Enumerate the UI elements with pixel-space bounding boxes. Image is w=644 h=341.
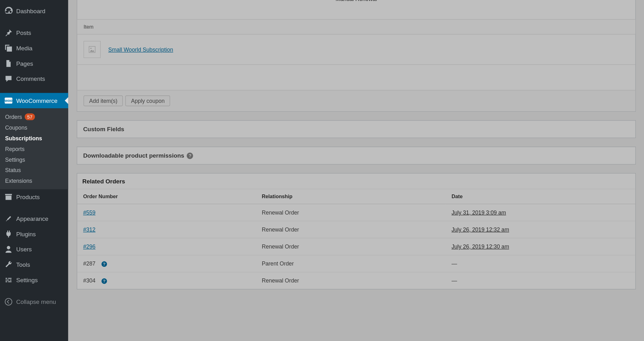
related-orders-metabox: Related Orders Order Number Relationship…: [77, 173, 636, 289]
dpp-title: Downloadable product permissions: [83, 152, 184, 159]
order-date-cell: —: [446, 255, 636, 272]
sidebar-item-label: Users: [16, 246, 32, 253]
submenu-label: Status: [5, 167, 21, 173]
sidebar-item-woocommerce[interactable]: woo WooCommerce: [0, 93, 68, 108]
relationship-cell: Renewal Order: [256, 272, 446, 289]
sidebar-item-dashboard[interactable]: Dashboard: [0, 3, 68, 19]
relationship-cell: Renewal Order: [256, 221, 446, 238]
col-header-date: Date: [446, 189, 636, 204]
order-number-link[interactable]: #559: [83, 209, 95, 215]
submenu-item-settings[interactable]: Settings: [0, 154, 68, 165]
table-row: #304?Renewal Order—: [77, 272, 635, 289]
sidebar-item-pages[interactable]: Pages: [0, 56, 68, 71]
collapse-menu[interactable]: Collapse menu: [0, 294, 68, 310]
sidebar-item-plugins[interactable]: Plugins: [0, 226, 68, 242]
plug-icon: [4, 230, 13, 238]
wrench-icon: [4, 260, 13, 269]
order-date-link[interactable]: July 31, 2019 3:09 am: [452, 209, 506, 215]
user-icon: [4, 245, 13, 254]
sidebar-item-label: Appearance: [16, 215, 48, 222]
sidebar-item-posts[interactable]: Posts: [0, 25, 68, 41]
orders-count-badge: 57: [25, 113, 35, 120]
admin-sidebar: Dashboard Posts Media Pages Comments: [0, 0, 68, 341]
page-icon: [4, 59, 13, 68]
dashboard-icon: [4, 7, 13, 15]
help-icon[interactable]: ?: [187, 152, 193, 159]
submenu-label: Coupons: [5, 125, 27, 131]
media-icon: [4, 44, 13, 53]
table-header-row: Order Number Relationship Date: [77, 189, 635, 204]
svg-point-2: [90, 48, 92, 49]
submenu-label: Settings: [5, 156, 25, 163]
sidebar-item-label: Dashboard: [16, 8, 45, 14]
sidebar-item-media[interactable]: Media: [0, 41, 68, 56]
sidebar-item-label: Collapse menu: [16, 299, 56, 305]
table-row: #296Renewal OrderJuly 26, 2019 12:30 am: [77, 238, 635, 255]
custom-fields-metabox[interactable]: Custom Fields: [77, 120, 636, 138]
table-row: #287?Parent Order—: [77, 255, 635, 272]
archive-icon: [4, 193, 13, 201]
submenu-item-orders[interactable]: Orders 57: [0, 111, 68, 122]
order-date-cell: —: [446, 272, 636, 289]
downloadable-permissions-metabox[interactable]: Downloadable product permissions ?: [77, 147, 636, 165]
sliders-icon: [4, 276, 13, 284]
sidebar-item-products[interactable]: Products: [0, 189, 68, 205]
sidebar-item-comments[interactable]: Comments: [0, 71, 68, 87]
order-number-link[interactable]: #296: [83, 243, 95, 250]
item-thumbnail: [84, 41, 101, 58]
sidebar-item-label: Settings: [16, 277, 38, 283]
sidebar-item-users[interactable]: Users: [0, 242, 68, 257]
item-column-header: Item: [77, 19, 635, 34]
help-icon[interactable]: ?: [101, 261, 107, 267]
table-row: #312Renewal OrderJuly 26, 2019 12:32 am: [77, 221, 635, 238]
relationship-cell: Parent Order: [256, 255, 446, 272]
order-date-link[interactable]: July 26, 2019 12:30 am: [452, 243, 509, 250]
relationship-cell: Renewal Order: [256, 238, 446, 255]
sidebar-item-label: Comments: [16, 75, 45, 82]
submenu-item-reports[interactable]: Reports: [0, 144, 68, 154]
table-row: #559Renewal OrderJuly 31, 2019 3:09 am: [77, 204, 635, 221]
sidebar-item-label: Tools: [16, 261, 30, 268]
woocommerce-submenu: Orders 57 Coupons Subscriptions Reports …: [0, 108, 68, 189]
order-actions-row: Add item(s) Apply coupon: [77, 90, 635, 111]
manual-renewal-label: Manual Renewal: [77, 0, 635, 6]
col-header-number: Order Number: [77, 189, 256, 204]
submenu-label: Reports: [5, 146, 25, 152]
submenu-item-status[interactable]: Status: [0, 165, 68, 176]
svg-point-0: [5, 299, 12, 305]
main-content: Manual Renewal Item Small Woorld Subscri…: [68, 0, 644, 341]
item-name-link[interactable]: Small Woorld Subscription: [108, 46, 173, 53]
submenu-label: Orders: [5, 114, 22, 120]
sidebar-item-settings[interactable]: Settings: [0, 272, 68, 288]
sidebar-item-label: Plugins: [16, 231, 36, 238]
sidebar-item-label: WooCommerce: [16, 97, 57, 104]
sidebar-item-label: Posts: [16, 29, 31, 36]
submenu-item-coupons[interactable]: Coupons: [0, 122, 68, 133]
order-number-text: #304: [83, 277, 95, 284]
order-date-link[interactable]: July 26, 2019 12:32 am: [452, 226, 509, 233]
woo-icon: woo: [4, 96, 13, 105]
submenu-label: Extensions: [5, 178, 32, 184]
sidebar-item-appearance[interactable]: Appearance: [0, 211, 68, 226]
related-orders-table: Order Number Relationship Date #559Renew…: [77, 189, 635, 289]
collapse-icon: [4, 298, 13, 306]
help-icon[interactable]: ?: [101, 278, 107, 284]
order-items-metabox: Manual Renewal Item Small Woorld Subscri…: [77, 0, 636, 112]
comment-icon: [4, 75, 13, 83]
submenu-item-extensions[interactable]: Extensions: [0, 176, 68, 186]
spacer: [77, 64, 635, 90]
apply-coupon-button[interactable]: Apply coupon: [125, 96, 170, 106]
submenu-label: Subscriptions: [5, 135, 42, 142]
order-number-link[interactable]: #312: [83, 226, 95, 233]
relationship-cell: Renewal Order: [256, 204, 446, 221]
submenu-item-subscriptions[interactable]: Subscriptions: [0, 133, 68, 144]
sidebar-item-label: Media: [16, 45, 32, 52]
pin-icon: [4, 29, 13, 37]
add-items-button[interactable]: Add item(s): [84, 96, 123, 106]
order-number-text: #287: [83, 260, 95, 267]
sidebar-item-label: Pages: [16, 60, 33, 67]
custom-fields-title: Custom Fields: [83, 126, 124, 133]
line-item-row: Small Woorld Subscription: [77, 34, 635, 64]
related-orders-title: Related Orders: [77, 173, 635, 189]
sidebar-item-tools[interactable]: Tools: [0, 257, 68, 272]
